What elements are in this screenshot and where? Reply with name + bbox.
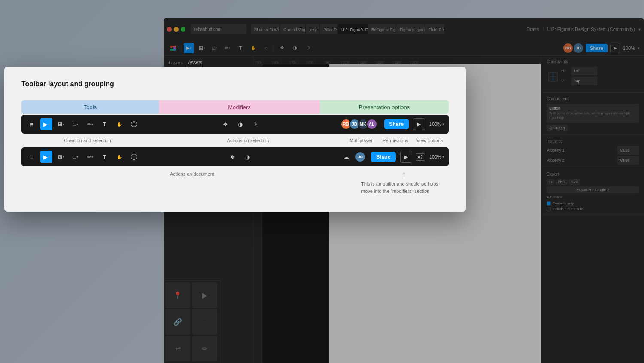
component-icon-glyph-2: ❖ [230, 154, 235, 160]
frame-arrow-tb: ▾ [63, 122, 64, 126]
permissions-annotation: Permissions [378, 136, 413, 144]
shape-arrow-tb: ▾ [76, 122, 78, 126]
pen-tool-tb[interactable]: ✏ ▾ [84, 118, 96, 130]
modal-title: Toolbar layout and grouping [21, 80, 449, 88]
frame-arrow-tb-2: ▾ [63, 155, 64, 159]
shape-arrow-tb-2: ▾ [76, 155, 78, 159]
shape-icon-tb-2: □ [73, 154, 76, 159]
move-tool-tb[interactable]: ▶ ▾ [40, 118, 52, 130]
zoom-control-tb-2[interactable]: 100% ▾ [429, 154, 444, 159]
frame-tool-tb-2[interactable]: ⊞ ▾ [55, 151, 67, 163]
outlier-area: ↑ This is an outlier and should perhaps … [361, 170, 447, 195]
share-button-tb[interactable]: Share [384, 119, 409, 129]
zoom-value-2: 100% [429, 154, 441, 159]
component-icon-tb[interactable]: ❖ [219, 118, 231, 130]
frame-icon-tb: ⊞ [58, 121, 62, 127]
creation-annotation: Creation and selection [23, 136, 152, 144]
move-icon-tb: ▶ [43, 121, 48, 128]
pen-arrow-tb-2: ▾ [91, 155, 93, 159]
move-tool-tb-2[interactable]: ▶ ▾ [40, 151, 52, 163]
play-icon-tb: ▶ [417, 122, 421, 127]
zoom-arrow-tb-2: ▾ [442, 155, 444, 159]
zoom-value: 100% [429, 122, 441, 127]
adjust-icon-glyph: ☽ [252, 121, 257, 128]
text-icon-tb: T [103, 121, 106, 128]
view-options-annotation: View options [413, 136, 447, 144]
comment-tool-tb[interactable] [128, 118, 140, 130]
cloud-icon-glyph: ☁ [343, 154, 349, 160]
toolbar-bar-2: ≡ ▶ ▾ ⊞ ▾ □ ▾ ✏ ▾ [21, 147, 449, 166]
actions-annotation: Actions on selection [152, 136, 344, 144]
mask-icon-tb[interactable]: ◑ [234, 118, 246, 130]
annotation-row-2: Actions on document ↑ This is an outlier… [21, 170, 449, 195]
avatar-tb-single: JD [355, 151, 366, 162]
pen-icon-tb: ✏ [87, 122, 91, 127]
modifiers-section-label: Modifiers [159, 100, 320, 114]
shape-icon-tb: □ [73, 122, 76, 127]
mask-icon-glyph: ◑ [238, 121, 243, 128]
frame-icon-tb-2: ⊞ [58, 154, 62, 160]
hand-icon-tb-2: ✋ [117, 155, 122, 159]
tools-section-label: Tools [21, 100, 159, 114]
text-icon-tb-2: T [103, 154, 106, 160]
zoom-arrow-tb: ▾ [442, 122, 444, 126]
comment-icon-tb-2 [131, 154, 137, 160]
outlier-up-arrow: ↑ [361, 170, 447, 179]
menu-icon[interactable]: ≡ [26, 118, 38, 130]
outlier-note: This is an outlier and should perhaps mo… [361, 180, 447, 195]
modal-overlay: Toolbar layout and grouping Tools Modifi… [0, 0, 644, 363]
modal-card: Toolbar layout and grouping Tools Modifi… [4, 67, 466, 212]
move-icon-tb-2: ▶ [43, 154, 48, 160]
toolbar-diagram: Tools Modifiers Presentation options ≡ ▶… [21, 100, 449, 195]
presentation-section-label: Presentation options [320, 100, 449, 114]
hand-icon-tb: ✋ [117, 122, 122, 127]
cloud-icon-tb[interactable]: ☁ [340, 151, 352, 163]
avatars-group: RB JD MK AL [340, 119, 377, 130]
pen-icon-tb-2: ✏ [87, 154, 91, 160]
annotation-row-1: Creation and selection Actions on select… [21, 136, 449, 144]
hand-tool-tb-2[interactable]: ✋ [113, 151, 125, 163]
toolbar-bar-1: ≡ ▶ ▾ ⊞ ▾ □ ▾ ✏ ▾ [21, 115, 449, 134]
component-icon-glyph: ❖ [223, 121, 228, 128]
move-arrow-tb: ▾ [48, 122, 50, 126]
doc-annotation: Actions on document [145, 170, 240, 177]
play-icon-tb-2: ▶ [404, 154, 408, 160]
avatar-tb-4: AL [366, 119, 377, 130]
frame-tool-tb[interactable]: ⊞ ▾ [55, 118, 67, 130]
section-labels: Tools Modifiers Presentation options [21, 100, 449, 114]
play-button-tb[interactable]: ▶ [413, 118, 425, 130]
pen-arrow-tb: ▾ [91, 122, 93, 126]
zoom-control-tb[interactable]: 100% ▾ [429, 122, 444, 127]
menu-icon-2[interactable]: ≡ [26, 151, 38, 163]
play-button-tb-2[interactable]: ▶ [400, 151, 412, 163]
outlier-content: ↑ This is an outlier and should perhaps … [361, 170, 447, 195]
comment-tool-tb-2[interactable] [128, 151, 140, 163]
pen-tool-tb-2[interactable]: ✏ ▾ [84, 151, 96, 163]
adjust-icon-tb[interactable]: ☽ [249, 118, 261, 130]
mask-icon-tb-2[interactable]: ◑ [241, 151, 253, 163]
shape-tool-tb[interactable]: □ ▾ [70, 118, 82, 130]
move-arrow-tb-2: ▾ [48, 155, 50, 159]
mask-icon-glyph-2: ◑ [245, 154, 250, 160]
hand-tool-tb[interactable]: ✋ [113, 118, 125, 130]
component-icon-tb-2[interactable]: ❖ [227, 151, 239, 163]
share-button-tb-2[interactable]: Share [371, 152, 395, 162]
multiplayer-annotation: Multiplayer [344, 136, 378, 144]
comment-icon-tb [131, 121, 137, 127]
accessibility-button[interactable]: A? [416, 153, 425, 161]
text-tool-tb[interactable]: T [99, 118, 111, 130]
text-tool-tb-2[interactable]: T [99, 151, 111, 163]
shape-tool-tb-2[interactable]: □ ▾ [70, 151, 82, 163]
